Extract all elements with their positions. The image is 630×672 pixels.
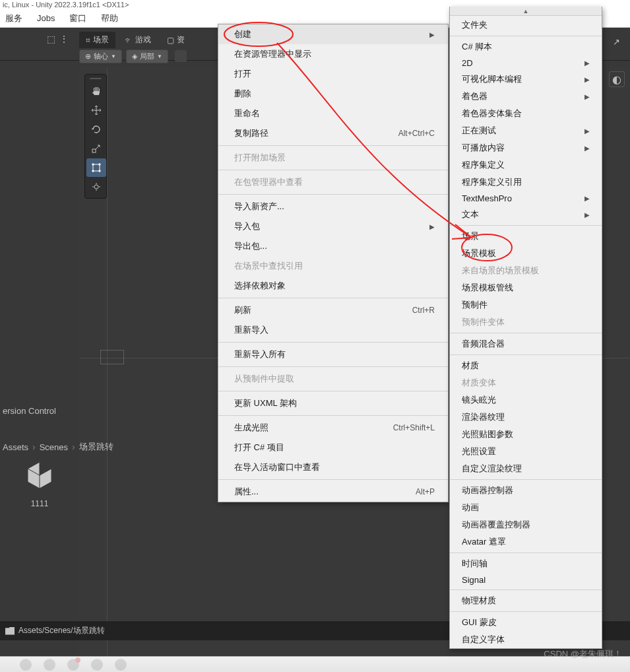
taskbar-icon[interactable] [115,659,127,671]
chevron-right-icon: › [32,442,36,452]
grid-toggle[interactable] [175,50,187,62]
taskbar-icon[interactable] [91,659,103,671]
scroll-up-icon[interactable]: ▲ [450,7,602,16]
submenu-item[interactable]: C# 脚本 [450,38,602,55]
submenu-item[interactable]: 2D▶ [450,55,602,71]
tab-game[interactable]: ᯤ游戏 [118,32,158,48]
submenu-item[interactable]: 自定义字体 [450,631,602,648]
taskbar-icon[interactable] [67,659,79,671]
menu-separator [450,479,602,480]
asset-scene-item[interactable]: 1111 [13,457,66,508]
rotate-tool[interactable] [86,120,106,139]
submenu-item[interactable]: 可视化脚本编程▶ [450,71,602,88]
menu-jobs[interactable]: Jobs [37,13,55,23]
menu-item[interactable]: 在导入活动窗口中查看 [218,457,448,477]
rect-tool[interactable] [86,158,106,177]
menu-item[interactable]: 打开 [218,64,448,84]
asset-grid: 1111 [13,457,66,508]
hand-tool[interactable] [86,82,106,100]
submenu-item[interactable]: 渲染器纹理 [450,409,602,426]
submenu-item[interactable]: 正在测试▶ [450,122,602,139]
menu-item-label: 在资源管理器中显示 [234,48,311,60]
submenu-item[interactable]: 材质 [450,357,602,374]
menu-item[interactable]: 创建▶ [218,24,448,44]
submenu-item[interactable]: 场景 [450,228,602,245]
submenu-item[interactable]: 场景模板管线 [450,279,602,296]
submenu-item[interactable]: GUI 蒙皮 [450,614,602,631]
submenu-item-label: 2D [462,58,473,68]
submenu-item-label: 程序集定义引用 [462,176,522,188]
transform-tool[interactable] [86,178,106,196]
tab-scene[interactable]: ⌗场景 [79,32,115,48]
palette-grip[interactable] [86,76,105,81]
submenu-item[interactable]: 场景模板 [450,245,602,262]
menu-item[interactable]: 属性...Alt+P [218,482,448,502]
submenu-item[interactable]: 光照设置 [450,443,602,460]
menu-item-label: 打开 [234,68,251,80]
menu-item[interactable]: 打开 C# 项目 [218,438,448,457]
taskbar-icon[interactable] [20,659,32,671]
submenu-item[interactable]: 着色器变体集合 [450,105,602,122]
submenu-item: 材质变体 [450,374,602,391]
local-dropdown[interactable]: ◈局部▼ [126,50,168,63]
taskbar-icon[interactable] [44,659,55,671]
version-control-tab[interactable]: ersion Control [0,401,59,421]
menu-item: 打开附加场景 [218,148,448,168]
submenu-item[interactable]: Avatar 遮罩 [450,533,602,551]
submenu-item[interactable]: 程序集定义引用 [450,174,602,191]
menu-services[interactable]: 服务 [5,13,22,24]
submenu-item[interactable]: 着色器▶ [450,88,602,105]
submenu-item[interactable]: 光照贴图参数 [450,426,602,443]
submenu-item[interactable]: 可播放内容▶ [450,139,602,156]
menu-item[interactable]: 导出包... [218,236,448,256]
submenu-item[interactable]: 物理材质 [450,592,602,609]
menu-item[interactable]: 重新导入 [218,320,448,340]
breadcrumb-seg[interactable]: Assets [3,442,28,452]
move-tool[interactable] [86,101,106,119]
submenu-item[interactable]: 程序集定义 [450,156,602,174]
submenu-item[interactable]: 镜头眩光 [450,391,602,409]
menu-item-label: 重新导入所有 [234,349,286,360]
menu-item[interactable]: 生成光照Ctrl+Shift+L [218,418,448,438]
submenu-item-label: 动画器控制器 [462,485,513,496]
scale-tool[interactable] [86,139,106,158]
menu-item[interactable]: 刷新Ctrl+R [218,300,448,320]
2d-toggle[interactable]: ◐ [609,71,625,87]
lock-icon[interactable]: ⬚ [46,34,55,44]
menu-item: 在包管理器中查看 [218,172,448,192]
breadcrumb-seg[interactable]: 场景跳转 [79,441,113,453]
tab-asset[interactable]: ▢资 [160,32,191,48]
collapse-icon[interactable]: ↗ [613,37,623,48]
menu-item[interactable]: 在资源管理器中显示 [218,44,448,64]
submenu-item[interactable]: 音频混合器 [450,335,602,353]
menu-item[interactable]: 导入包▶ [218,217,448,236]
submenu-item[interactable]: 动画器覆盖控制器 [450,516,602,533]
submenu-item[interactable]: Signal [450,572,602,588]
submenu-item-label: 场景 [462,230,479,242]
chevron-right-icon: ▶ [429,223,435,230]
chevron-right-icon: ▶ [584,195,590,202]
menu-separator [450,36,602,36]
menu-item[interactable]: 删除 [218,84,448,104]
menu-help[interactable]: 帮助 [101,13,118,24]
submenu-item[interactable]: 时间轴 [450,555,602,572]
menu-shortcut: Ctrl+R [412,306,435,315]
menu-item[interactable]: 更新 UXML 架构 [218,393,448,413]
menu-item[interactable]: 导入新资产... [218,197,448,217]
menu-item[interactable]: 复制路径Alt+Ctrl+C [218,123,448,143]
submenu-item[interactable]: TextMeshPro▶ [450,191,602,206]
pivot-dropdown[interactable]: ⊕轴心▼ [79,50,122,63]
menu-window[interactable]: 窗口 [69,13,86,24]
submenu-item[interactable]: 自定义渲染纹理 [450,460,602,477]
context-menu: 创建▶在资源管理器中显示打开删除重命名复制路径Alt+Ctrl+C打开附加场景在… [218,24,449,502]
menu-item[interactable]: 重命名 [218,104,448,123]
menu-item[interactable]: 重新导入所有 [218,345,448,364]
submenu-item[interactable]: 文本▶ [450,206,602,223]
submenu-item[interactable]: 动画器控制器 [450,482,602,499]
submenu-item[interactable]: 动画 [450,499,602,516]
submenu-item[interactable]: 文件夹 [450,17,602,34]
breadcrumb-seg[interactable]: Scenes [40,442,68,452]
more-icon[interactable]: ⋮ [59,34,69,44]
submenu-item[interactable]: 预制件 [450,296,602,314]
menu-item[interactable]: 选择依赖对象 [218,276,448,296]
